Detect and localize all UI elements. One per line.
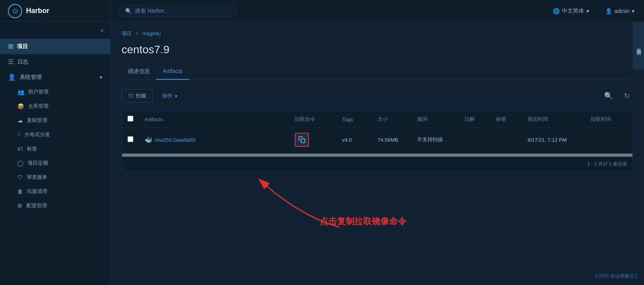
quota-icon: ◯ [17,160,24,166]
breadcrumb-separator: < [136,30,140,36]
artifacts-table: Artifacts 拉取命令 Tags 大小 漏洞 [122,111,633,157]
row-pull-time-cell [585,128,633,152]
quota-label: 项目定额 [28,159,48,167]
breadcrumb: 项目 < magedu [122,30,633,37]
harbor-logo-icon: ⊙ [8,4,22,18]
toolbar: 🛡 扫描 操作 ▾ 🔍 ↻ [122,89,633,103]
action-arrow-icon: ▾ [175,93,178,99]
app-header: ⊙ Harbor 🔍 搜索 Harbor... 🌐 中文简体 ▾ 👤 admin… [0,0,644,22]
sidebar-item-warehouse-mgmt[interactable]: 📦 仓库管理 [0,99,110,113]
main-content: 项目 < magedu centos7.9 描述信息 Artifacts 🛡 扫… [110,22,644,285]
user-menu[interactable]: 👤 admin ▾ [597,8,635,14]
sidebar-item-quota[interactable]: ◯ 项目定额 [0,156,110,170]
tab-info[interactable]: 描述信息 [122,64,156,80]
breadcrumb-root[interactable]: 项目 [122,30,132,36]
page-title: centos7.9 [122,43,633,56]
collapse-button[interactable]: « [100,27,104,34]
row-size-value: 74.56MB [378,137,398,143]
row-vuln-value: 不支持扫描 [417,137,443,142]
row-size-cell: 74.56MB [372,128,412,152]
sidebar-projects-label: 项目 [17,43,28,50]
tabs-bar: 描述信息 Artifacts [122,64,633,80]
row-push-time-value: 9/17/21, 7:12 PM [528,137,567,143]
refresh-icon-button[interactable]: ↻ [621,90,633,102]
artifacts-table-wrapper: Artifacts 拉取命令 Tags 大小 漏洞 [122,111,633,172]
scrollbar-row [122,152,633,157]
table-header-row: Artifacts 拉取命令 Tags 大小 漏洞 [122,111,633,128]
row-checkbox[interactable] [127,136,133,142]
language-selector[interactable]: 🌐 中文简体 ▾ [553,8,589,15]
sidebar-item-audit[interactable]: 🛡 审查服务 [0,170,110,184]
col-push-time-header: 推送时间 [522,111,585,128]
right-panel-label: 拦截进藕 [635,44,642,47]
col-vuln-header: 漏洞 [412,111,459,128]
col-tags-header: Tags [337,111,372,128]
trash-label: 垃圾清理 [27,188,47,195]
tab-artifacts-label: Artifacts [163,68,183,74]
row-checkbox-cell [122,128,139,152]
config-icon: ⚙ [17,202,22,209]
annotation-text: 点击复制拉取镜像命令 [320,216,406,227]
search-icon: 🔍 [125,8,132,14]
sidebar-collapse-area: « [0,22,110,39]
col-size-header: 大小 [372,111,412,128]
sidebar-item-config[interactable]: ⚙ 配置管理 [0,199,110,213]
sidebar-item-logs[interactable]: ☰ 日志 [0,54,110,69]
sidebar-item-system[interactable]: 👤 系统管理 ▾ [0,69,110,85]
language-label: 中文简体 [562,8,584,15]
row-tags-value: v4.0 [342,137,352,143]
row-vuln-cell: 不支持扫描 [412,128,459,152]
search-area[interactable]: 🔍 搜索 Harbor... [110,5,543,17]
breadcrumb-parent[interactable]: magedu [142,30,161,36]
globe-icon: 🌐 [553,8,560,14]
col-artifacts-header: Artifacts [139,111,289,128]
table-footer: 1 - 1 共计 1 条记录 [122,157,633,171]
config-label: 配置管理 [26,202,47,209]
scan-button[interactable]: 🛡 扫描 [122,89,153,103]
user-icon: 👤 [605,8,612,14]
sidebar-item-user-mgmt[interactable]: 👥 用户管理 [0,85,110,99]
sidebar-item-distribute[interactable]: ⑂ 分布式分发 [0,128,110,142]
select-all-checkbox[interactable] [127,116,133,122]
search-icon-button[interactable]: 🔍 [601,90,616,102]
tab-info-label: 描述信息 [128,68,150,74]
col-pull-cmd-header: 拉取命令 [289,111,337,128]
search-box[interactable]: 🔍 搜索 Harbor... [118,5,237,17]
replicate-icon: ☁ [17,117,23,124]
distribute-icon: ⑂ [17,131,21,138]
row-pull-cmd-cell [289,128,337,152]
username-label: admin [614,8,629,14]
trash-icon: 🗑 [17,188,23,195]
col-pull-time-header: 拉取时间 [585,111,633,128]
replicate-label: 复制管理 [27,117,47,124]
warehouse-icon: 📦 [17,103,24,109]
artifact-name: sha256:2aae8a55 [155,137,196,143]
table-row: 🐳 sha256:2aae8a55 [122,128,633,152]
tab-artifacts[interactable]: Artifacts [156,64,189,80]
artifact-link[interactable]: 🐳 sha256:2aae8a55 [144,136,284,144]
col-annotation-header: 注解 [459,111,490,128]
sidebar-item-replicate-mgmt[interactable]: ☁ 复制管理 [0,113,110,128]
sidebar-system-label: 系统管理 [20,74,42,81]
copy-pull-cmd-button[interactable] [295,133,309,147]
right-panel-indicator[interactable]: 拦截进藕 [633,22,644,69]
row-annotation-cell [459,128,490,152]
projects-icon: ⊞ [8,43,13,50]
watermark: CSDN @运维搬运工 [595,273,638,279]
col-labels-header: 标签 [490,111,522,128]
sidebar-item-projects[interactable]: ⊞ 项目 [0,39,110,54]
action-button[interactable]: 操作 ▾ [157,90,182,102]
user-mgmt-label: 用户管理 [28,88,49,96]
horizontal-scrollbar[interactable] [122,154,633,157]
row-push-time-cell: 9/17/21, 7:12 PM [522,128,585,152]
system-expand-icon: ▾ [100,75,102,80]
lang-chevron-icon: ▾ [586,8,589,14]
logo-area: ⊙ Harbor [0,0,110,22]
toolbar-right: 🔍 ↻ [601,90,633,102]
sidebar: « ⊞ 项目 ☰ 日志 👤 系统管理 ▾ 👥 用户管理 📦 仓库管理 ☁ [0,22,110,285]
artifact-docker-icon: 🐳 [144,136,152,144]
audit-icon: 🛡 [17,174,23,180]
tags-icon: 🏷 [17,146,23,152]
sidebar-item-trash[interactable]: 🗑 垃圾清理 [0,184,110,199]
sidebar-item-tags[interactable]: 🏷 标签 [0,142,110,156]
